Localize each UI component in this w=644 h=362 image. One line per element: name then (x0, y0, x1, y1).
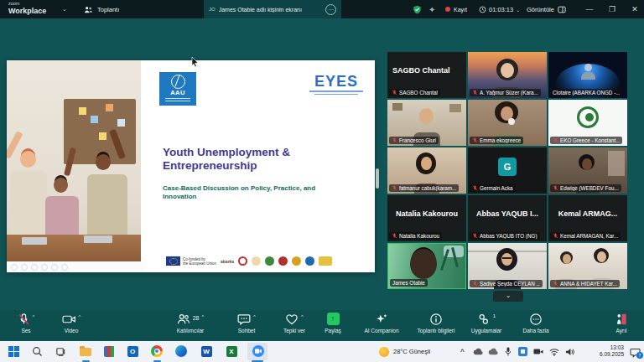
notification-center-button[interactable]: 7 (630, 346, 641, 356)
mic-off-icon (472, 233, 478, 239)
zoom-toolbar: ^ Ses ^ Video 28 ^ Katılımcılar ^ S (0, 310, 644, 341)
apps-button[interactable]: 1 Uygulamalar (463, 313, 510, 334)
chevron-up-icon[interactable]: ^ (33, 314, 35, 319)
zoom-app-button[interactable] (252, 344, 265, 358)
security-shield-icon[interactable] (413, 0, 422, 18)
weather-widget[interactable]: 28°C Güneşli (379, 341, 430, 362)
participant-tile[interactable]: Abbas YAQUB I... Abbas YAQUB ITO (NG) (468, 195, 547, 241)
mic-off-icon (472, 90, 478, 96)
view-button[interactable]: Görüntüle (527, 0, 566, 18)
participant-tile[interactable]: G Germain Acka (468, 147, 547, 194)
taskbar-search-button[interactable] (30, 344, 44, 358)
winrar-icon (104, 346, 115, 357)
tray-camera-icon[interactable] (533, 341, 543, 362)
chrome-button[interactable] (150, 344, 164, 358)
participant-tile[interactable]: Natalia Kakourou Natalia Kakourou (387, 195, 466, 241)
volume-icon[interactable] (565, 341, 574, 362)
word-button[interactable]: W (200, 344, 213, 358)
taskbar-clock[interactable]: 13:03 6.09.2025 (600, 344, 624, 358)
heart-icon (285, 313, 299, 326)
onedrive-icon[interactable] (473, 341, 484, 362)
tab-meeting-label: Toplantı (97, 6, 119, 13)
tray-app-icon[interactable] (518, 341, 527, 362)
globe-icon (171, 75, 185, 89)
audio-button[interactable]: ^ Ses (7, 313, 45, 334)
participant-tile[interactable]: EKO Greece - Konstant... (548, 100, 627, 146)
participant-tile[interactable]: A. Yağmur Süzer (Kara... (468, 52, 547, 98)
slide-title: Youth Unemployment & Entrepreneurship (163, 146, 290, 173)
participant-tile[interactable]: SAGBO Chantal SAGBO Chantal (387, 52, 466, 98)
sparkle-icon (375, 313, 388, 326)
minimize-button[interactable]: — (579, 0, 600, 18)
mic-off-icon (392, 90, 397, 96)
participant-grid: SAGBO Chantal SAGBO Chantal A. Yağmur Sü… (387, 52, 629, 289)
participant-tile[interactable]: Edwige (WEBDEV Fou... (548, 147, 627, 194)
ai-sparkle-icon[interactable]: ✦ (428, 0, 435, 18)
participant-tile[interactable]: Francesco Giuri (387, 100, 466, 146)
participant-tile[interactable]: Clotaire (ABARKA ONGD -... (548, 52, 627, 98)
wifi-icon[interactable] (549, 341, 559, 362)
participant-tile[interactable]: Şadiye Şeyda CEYLAN ... (468, 243, 547, 289)
participant-tile-active-speaker[interactable]: James Otabie (387, 243, 466, 289)
participant-label: EKO Greece - Konstant... (550, 137, 622, 144)
edge-button[interactable] (174, 344, 188, 358)
record-label: Kayıt (454, 7, 467, 13)
ai-companion-button[interactable]: AI Companion (356, 313, 408, 334)
partner-logo (238, 256, 247, 266)
shared-screen-initials: JO (209, 7, 216, 12)
tab-shared-screen[interactable]: JO James Otabie adlı kişinin ekranı ⋯ (204, 0, 341, 18)
zoom-workplace-logo[interactable]: zoom Workplace (8, 2, 46, 15)
shared-screen-slide: AAU EYES Youth Unemployment & Entreprene… (7, 60, 375, 272)
participant-tile[interactable]: Emma ekogreece (468, 100, 547, 146)
zoom-title-bar: zoom Workplace ⌄ Toplantı JO James Otabi… (0, 0, 644, 18)
partner-logo (278, 256, 288, 266)
react-button[interactable]: ^ Tepki ver (273, 313, 315, 334)
more-button[interactable]: Daha fazla (513, 313, 558, 334)
chevron-up-icon[interactable]: ^ (301, 314, 304, 319)
share-button[interactable]: ↑ Paylaş (315, 313, 351, 334)
apps-badge: 1 (493, 313, 496, 318)
chevron-up-icon[interactable]: ^ (79, 314, 81, 319)
ellipsis-icon[interactable]: ⋯ (325, 4, 336, 15)
chat-button[interactable]: ^ Sohbet (226, 313, 267, 334)
tab-meeting[interactable]: Toplantı (84, 0, 119, 18)
mic-off-icon (472, 281, 478, 287)
task-view-button[interactable] (54, 344, 67, 358)
leave-button[interactable]: Ayrıl (604, 313, 639, 334)
more-icon (529, 313, 543, 326)
partner-logo (265, 256, 274, 266)
recording-indicator[interactable]: Kayıt (445, 0, 467, 18)
participant-tile[interactable]: ANNA & HIDAYET Kar... (548, 243, 627, 289)
participant-tile[interactable]: Kemal ARMAG... Kemal ARMAGAN, Kar... (548, 195, 627, 241)
collapse-grid-button[interactable]: ⌄ (493, 291, 523, 302)
file-explorer-button[interactable] (79, 344, 92, 358)
excel-button[interactable]: X (225, 344, 238, 358)
tray-mic-icon[interactable] (505, 341, 512, 362)
start-button[interactable] (7, 344, 20, 358)
onedrive-icon[interactable] (488, 341, 499, 362)
participants-button[interactable]: 28 ^ Katılımcılar (164, 313, 216, 334)
chevron-down-icon[interactable]: ⌄ (62, 6, 67, 13)
chevron-up-icon[interactable]: ^ (201, 314, 204, 319)
zoom-icon (252, 345, 264, 357)
eu-cofunded-logo: Co-funded by the European Union (166, 256, 216, 266)
people-icon (84, 5, 93, 14)
chevron-up-icon[interactable]: ^ (253, 314, 256, 319)
hidden-icons-chevron[interactable]: ^ (460, 341, 465, 362)
mic-off-icon (392, 185, 397, 191)
outlook-button[interactable]: O (126, 344, 139, 358)
partner-logo (252, 256, 261, 266)
winrar-button[interactable] (102, 344, 116, 358)
sun-icon (379, 347, 389, 357)
close-button[interactable]: ✕ (624, 0, 644, 18)
maximize-button[interactable]: ❐ (601, 0, 623, 18)
video-button[interactable]: ^ Video (50, 313, 92, 334)
view-label: Görüntüle (527, 6, 554, 13)
meeting-info-button[interactable]: Toplantı bilgileri (408, 313, 465, 334)
layout-view-icon (558, 6, 566, 13)
participant-tile[interactable]: fatmanur cabuk(karam... (387, 147, 466, 194)
meeting-timer[interactable]: 01:03:13 ⌄ (479, 0, 520, 18)
participant-label: Clotaire (ABARKA ONGD -... (550, 89, 622, 96)
scroll-indicator[interactable] (376, 168, 379, 189)
participant-label: Francesco Giuri (389, 137, 439, 144)
